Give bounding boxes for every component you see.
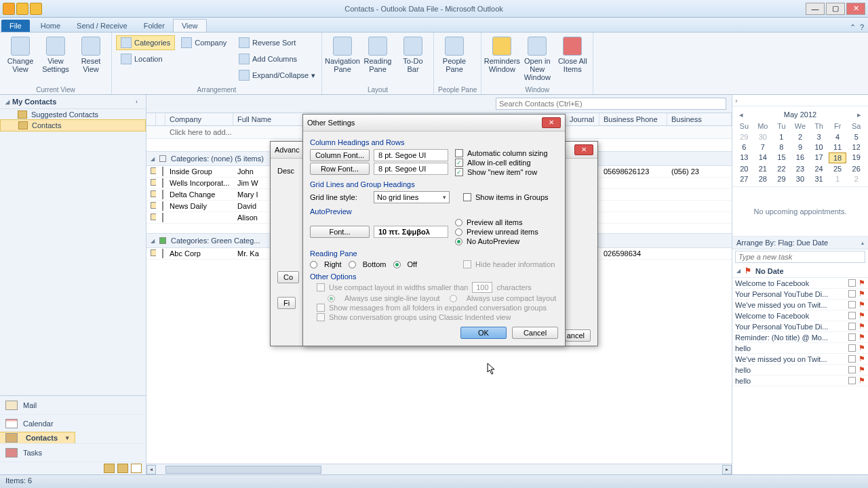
- col-businessphone[interactable]: Business Phone: [599, 113, 667, 125]
- task-item[interactable]: hello⚑: [732, 375, 868, 386]
- task-item[interactable]: We've missed you on Twit...⚑: [732, 300, 868, 310]
- no-autopreview-radio[interactable]: [455, 238, 462, 245]
- allow-incell-editing-checkbox[interactable]: [455, 159, 463, 167]
- cal-prev-icon[interactable]: ◂: [739, 110, 743, 119]
- calendar-day[interactable]: 2: [791, 132, 810, 142]
- col-company[interactable]: Company: [165, 113, 233, 125]
- auto-column-sizing-checkbox[interactable]: [455, 149, 463, 157]
- calendar-day[interactable]: 24: [810, 164, 828, 174]
- task-complete-checkbox[interactable]: [848, 312, 856, 319]
- task-item[interactable]: Welcome to Facebook⚑: [732, 310, 868, 321]
- calendar-day[interactable]: 4: [829, 132, 847, 142]
- new-task-input[interactable]: [735, 251, 865, 263]
- maximize-button[interactable]: ▢: [826, 3, 845, 15]
- advanced-dialog-close-icon[interactable]: ✕: [574, 144, 593, 155]
- arrange-company[interactable]: Company: [176, 35, 231, 50]
- nav-collapse-icon[interactable]: ‹: [133, 98, 140, 105]
- col-journal[interactable]: Journal: [566, 113, 599, 125]
- calendar-day[interactable]: 6: [735, 142, 753, 152]
- open-new-window-button[interactable]: Open in New Window: [521, 34, 553, 85]
- preview-all-radio[interactable]: [455, 219, 462, 226]
- other-settings-close-icon[interactable]: ✕: [542, 117, 561, 128]
- flag-icon[interactable]: ⚑: [859, 322, 865, 331]
- task-complete-checkbox[interactable]: [848, 366, 856, 373]
- close-all-items-button[interactable]: Close All Items: [556, 34, 589, 85]
- navigation-pane-button[interactable]: Navigation Pane: [326, 34, 359, 85]
- task-complete-checkbox[interactable]: [848, 279, 856, 287]
- flag-icon[interactable]: ⚑: [859, 300, 865, 309]
- view-settings-button[interactable]: View Settings: [39, 34, 72, 85]
- nav-shortcuts-icon[interactable]: [131, 464, 142, 473]
- format-columns-button[interactable]: Fi: [277, 297, 296, 309]
- flag-icon[interactable]: ⚑: [859, 376, 865, 385]
- calendar-day[interactable]: 2: [847, 174, 865, 184]
- search-input[interactable]: [496, 98, 726, 110]
- todo-expand-icon[interactable]: ›: [735, 96, 738, 104]
- calendar-day[interactable]: 1: [772, 132, 791, 142]
- cancel-button[interactable]: Cancel: [512, 327, 558, 339]
- nav-contacts[interactable]: Contacts: [0, 119, 146, 131]
- calendar-day[interactable]: 18: [829, 152, 847, 163]
- nav-tasks[interactable]: Tasks: [0, 443, 146, 462]
- reset-view-button[interactable]: Reset View: [75, 34, 107, 85]
- show-new-item-row-checkbox[interactable]: [455, 168, 463, 176]
- column-font-button[interactable]: Column Font...: [310, 149, 370, 161]
- col-icon[interactable]: [146, 113, 156, 125]
- people-pane-button[interactable]: People Pane: [438, 34, 471, 85]
- task-item[interactable]: Welcome to Facebook⚑: [732, 278, 868, 289]
- nav-notes-icon[interactable]: [104, 464, 115, 473]
- tab-file[interactable]: File: [1, 20, 30, 32]
- reading-right-radio[interactable]: [310, 261, 317, 268]
- flag-icon[interactable]: ⚑: [859, 354, 865, 363]
- calendar-day[interactable]: 30: [754, 132, 772, 142]
- nav-mail[interactable]: Mail: [0, 396, 146, 414]
- calendar-day[interactable]: 31: [810, 174, 828, 184]
- calendar-day[interactable]: 7: [754, 142, 772, 152]
- ribbon-minimize-icon[interactable]: ⌃: [850, 23, 856, 32]
- calendar-day[interactable]: 3: [810, 132, 828, 142]
- calendar-day[interactable]: 28: [754, 174, 772, 184]
- reading-pane-button[interactable]: Reading Pane: [361, 34, 394, 85]
- calendar-day[interactable]: 5: [847, 132, 865, 142]
- calendar-day[interactable]: 15: [772, 152, 791, 163]
- task-complete-checkbox[interactable]: [848, 290, 856, 298]
- calendar-day[interactable]: 19: [847, 152, 865, 163]
- cal-next-icon[interactable]: ▸: [857, 110, 861, 119]
- qat-save-icon[interactable]: [16, 3, 28, 15]
- calendar-day[interactable]: 10: [810, 142, 828, 152]
- reading-off-radio[interactable]: [393, 261, 401, 268]
- calendar-day[interactable]: 29: [772, 174, 791, 184]
- calendar-day[interactable]: 22: [772, 164, 791, 174]
- calendar-day[interactable]: 9: [791, 142, 810, 152]
- help-icon[interactable]: ?: [860, 23, 864, 32]
- scroll-thumb[interactable]: [165, 466, 321, 474]
- task-complete-checkbox[interactable]: [848, 323, 856, 330]
- tab-send-receive[interactable]: Send / Receive: [68, 20, 136, 32]
- ok-button[interactable]: OK: [460, 327, 507, 339]
- arrange-by[interactable]: Arrange By: Flag: Due Date▴: [732, 237, 868, 249]
- arrange-categories[interactable]: Categories: [116, 35, 175, 50]
- calendar-day[interactable]: 30: [791, 174, 810, 184]
- nav-contacts-tab[interactable]: Contacts: [0, 432, 75, 444]
- task-item[interactable]: We've missed you on Twit...⚑: [732, 354, 868, 365]
- calendar-day[interactable]: 20: [735, 164, 753, 174]
- scroll-left-icon[interactable]: ◂: [146, 465, 156, 474]
- calendar-day[interactable]: 21: [754, 164, 772, 174]
- tab-view[interactable]: View: [173, 19, 207, 32]
- autopreview-font-button[interactable]: Font...: [310, 226, 370, 238]
- task-item[interactable]: hello⚑: [732, 343, 868, 354]
- expand-collapse[interactable]: Expand/Collapse▾: [234, 68, 320, 83]
- calendar-day[interactable]: 25: [829, 164, 847, 174]
- preview-unread-radio[interactable]: [455, 228, 462, 236]
- task-complete-checkbox[interactable]: [848, 333, 856, 341]
- nav-suggested-contacts[interactable]: Suggested Contacts: [0, 109, 146, 120]
- close-window-button[interactable]: ✕: [846, 3, 865, 15]
- reminders-window-button[interactable]: Reminders Window: [486, 34, 518, 85]
- calendar-day[interactable]: 29: [735, 132, 753, 142]
- nav-calendar[interactable]: Calendar: [0, 414, 146, 432]
- calendar-day[interactable]: 23: [791, 164, 810, 174]
- reading-bottom-radio[interactable]: [349, 261, 356, 268]
- flag-icon[interactable]: ⚑: [859, 311, 865, 320]
- row-font-button[interactable]: Row Font...: [310, 163, 370, 175]
- task-item[interactable]: Your Personal YouTube Di...⚑: [732, 321, 868, 332]
